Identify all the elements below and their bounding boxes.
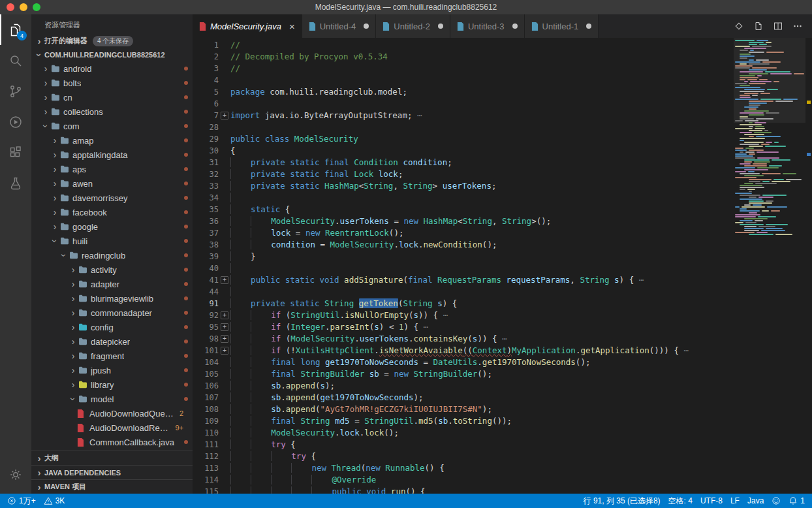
tree-item-folder[interactable]: ›apptalkingdata [31,148,193,162]
code-line[interactable]: 101+ if (!XutilsHttpClient.isNetWorkAvai… [193,345,734,357]
fold-plus-icon[interactable]: + [219,345,230,357]
code-line[interactable]: 38 condition = ModelSecurity.lock.newCon… [193,239,734,251]
fold-plus-icon[interactable]: + [219,333,230,345]
tree-item-folder[interactable]: ›cn [31,90,193,104]
code-line[interactable]: 115 public void run() { [193,486,734,494]
fold-plus-icon[interactable]: + [219,110,230,121]
code-line[interactable]: 91 private static String getToken(String… [193,298,734,310]
fold-plus-icon[interactable]: + [219,321,230,333]
code-line[interactable]: 37 lock = new ReentrantLock(); [193,227,734,239]
status-problems-errors[interactable]: 1万+ [3,494,40,508]
status-notifications[interactable]: 1 [785,494,809,508]
maven-projects-section-header[interactable]: › MAVEN 项目 [31,479,193,494]
code-line[interactable]: 111 try { [193,439,734,451]
code-line[interactable]: 113 new Thread(new Runnable() { [193,462,734,474]
close-window-button[interactable] [7,3,14,11]
code-line[interactable]: 32 private static final Lock lock; [193,168,734,180]
code-line[interactable]: 40 [193,262,734,274]
run-debug-icon[interactable] [0,106,31,137]
code-line[interactable]: 1// [193,39,734,51]
code-line[interactable]: 44 [193,286,734,298]
tree-item-folder[interactable]: ›bolts [31,76,193,90]
project-section-header[interactable]: › COM.HUILI.READINGCLUB8825612 [31,48,193,61]
code-line[interactable]: 41+ public static void addSignature(fina… [193,274,734,286]
source-control-icon[interactable] [0,76,31,106]
code-area[interactable]: 1//2// Decompiled by Procyon v0.5.343//4… [193,38,734,494]
code-line[interactable]: 34 [193,192,734,204]
minimize-window-button[interactable] [20,3,27,11]
code-line[interactable]: 5package com.huili.readingclub.model; [193,86,734,98]
open-changes-icon[interactable] [734,21,744,31]
code-line[interactable]: 114 @Override [193,474,734,486]
tree-item-file[interactable]: CommonCallback.java [31,435,193,449]
code-line[interactable]: 36 ModelSecurity.userTokens = new HashMa… [193,215,734,227]
tree-item-folder[interactable]: ›jpush [31,363,193,377]
status-cursor-position[interactable]: 行 91, 列 35 (已选择8) [580,494,664,508]
code-line[interactable]: 7+import java.io.ByteArrayOutputStream; … [193,110,734,121]
code-line[interactable]: 112 try { [193,451,734,462]
tab[interactable]: ModelSecurity.java× [193,14,302,38]
code-line[interactable]: 33 private static HashMap<String, String… [193,180,734,192]
tree-item-file[interactable]: AudioDownloadRe…9+ [31,421,193,435]
tree-item-folder[interactable]: ›collections [31,104,193,119]
fold-plus-icon[interactable]: + [219,310,230,321]
tree-item-folder[interactable]: ›config [31,320,193,334]
tree-item-folder[interactable]: ›blurimageviewlib [31,291,193,306]
code-line[interactable]: 29public class ModelSecurity [193,133,734,145]
open-preview-icon[interactable] [753,21,764,31]
tab[interactable]: Untitled-3 [450,14,525,38]
more-actions-icon[interactable] [792,21,803,31]
tab[interactable]: Untitled-2 [376,14,450,38]
tree-item-file[interactable]: AudioDownloadQue…2 [31,406,193,421]
tree-item-folder[interactable]: ›activity [31,262,193,277]
code-line[interactable]: 31 private static final Condition condit… [193,157,734,168]
minimap[interactable] [734,38,805,494]
code-line[interactable]: 92+ if (StringUtil.isNullOrEmpty(s)) { ⋯ [193,310,734,321]
status-language-mode[interactable]: Java [743,494,768,508]
code-line[interactable]: 28 [193,121,734,133]
split-editor-icon[interactable] [773,21,783,31]
java-dependencies-section-header[interactable]: › JAVA DEPENDENCIES [31,465,193,479]
search-icon[interactable] [0,45,31,76]
tree-item-folder[interactable]: ›readingclub [31,248,193,262]
tree-item-folder[interactable]: ›model [31,392,193,406]
tree-item-folder[interactable]: ›commonadapter [31,306,193,320]
status-feedback[interactable] [768,494,785,508]
code-line[interactable]: 108 sb.append("AyGt7ohMR!gECZG7kiIU0IUJB… [193,404,734,415]
code-line[interactable]: 39 } [193,251,734,262]
code-line[interactable]: 98+ if (ModelSecurity.userTokens.contain… [193,333,734,345]
test-beaker-icon[interactable] [0,168,31,198]
tree-item-folder[interactable]: ›datepicker [31,334,193,349]
tree-item-folder[interactable]: ›adapter [31,277,193,291]
tree-item-folder[interactable]: ›com [31,119,193,133]
code-line[interactable]: 4 [193,74,734,86]
code-line[interactable]: 105 final StringBuilder sb = new StringB… [193,368,734,380]
status-indentation[interactable]: 空格: 4 [664,494,696,508]
tab[interactable]: Untitled-4 [302,14,377,38]
open-editors-header[interactable]: › 打开的编辑器 4 个未保存 [31,34,193,48]
extensions-icon[interactable] [0,137,31,168]
tree-item-folder[interactable]: ›davemorrissey [31,191,193,205]
tree-item-folder[interactable]: ›awen [31,176,193,191]
tree-item-folder[interactable]: ›google [31,219,193,234]
outline-section-header[interactable]: › 大纲 [31,451,193,465]
code-line[interactable]: 106 sb.append(s); [193,380,734,392]
tree-item-folder[interactable]: ›android [31,61,193,76]
code-line[interactable]: 3// [193,63,734,74]
status-encoding[interactable]: UTF-8 [696,494,726,508]
code-line[interactable]: 6 [193,98,734,110]
tree-item-folder[interactable]: ›fragment [31,349,193,363]
close-icon[interactable]: × [289,22,295,31]
code-line[interactable]: 109 final String md5 = StringUtil.md5(sb… [193,415,734,427]
settings-gear-icon[interactable] [0,459,31,490]
code-line[interactable]: 107 sb.append(get1970ToNowSeconds); [193,392,734,404]
zoom-window-button[interactable] [33,3,40,11]
explorer-icon[interactable]: 4 [0,14,31,45]
status-eol[interactable]: LF [726,494,743,508]
tab[interactable]: Untitled-1 [525,14,599,38]
code-line[interactable]: 104 final long get1970ToNowSeconds = Dat… [193,357,734,368]
tree-item-folder[interactable]: ›library [31,377,193,392]
code-line[interactable]: 2// Decompiled by Procyon v0.5.34 [193,51,734,63]
tree-item-folder[interactable]: ›aps [31,162,193,176]
tree-item-folder[interactable]: ›huili [31,234,193,248]
